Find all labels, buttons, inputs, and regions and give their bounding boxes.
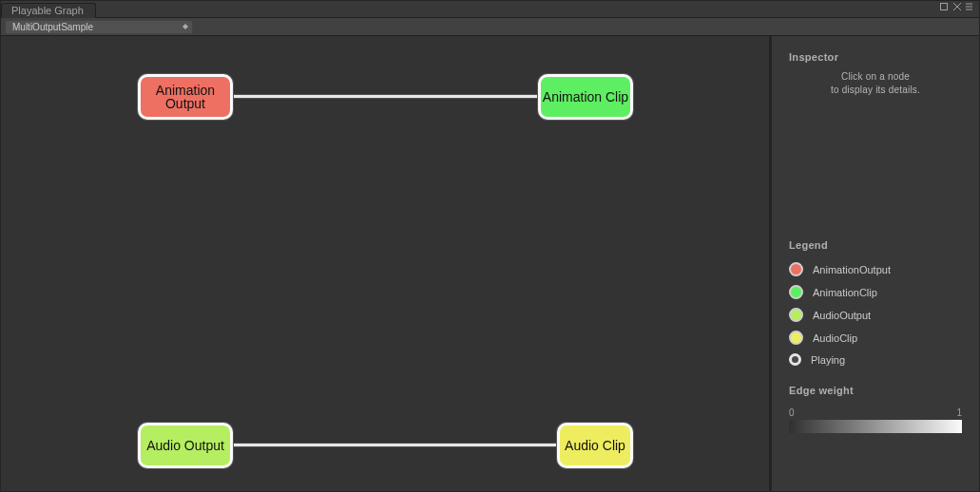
node-label: Audio Output: [146, 439, 224, 452]
menu-icon[interactable]: [966, 2, 975, 11]
side-panel: Inspector Click on a node to display its…: [772, 36, 979, 491]
swatch-icon: [789, 285, 803, 299]
inspector-header: Inspector: [789, 51, 962, 63]
node-audio-output[interactable]: Audio Output: [138, 423, 233, 468]
svg-rect-0: [941, 4, 948, 10]
edge-weight-gradient[interactable]: [789, 420, 962, 433]
legend-item-playing: Playing: [789, 353, 962, 366]
legend-item-audio-clip: AudioClip: [789, 331, 962, 345]
node-label: Animation Output: [141, 84, 230, 110]
window-tab[interactable]: Playable Graph: [1, 3, 96, 18]
graph-select-dropdown[interactable]: MultiOutputSample: [5, 20, 193, 34]
legend-label: AudioClip: [813, 332, 857, 344]
node-animation-clip[interactable]: Animation Clip: [538, 74, 633, 120]
legend-label: AnimationOutput: [813, 264, 891, 275]
legend-label: AnimationClip: [813, 287, 877, 298]
toolbar: MultiOutputSample: [1, 17, 979, 36]
graph-canvas[interactable]: Animation Output Animation Clip Audio Ou…: [1, 36, 772, 491]
edge-weight-scale: 0 1: [789, 407, 962, 418]
legend-item-animation-output: AnimationOutput: [789, 262, 962, 276]
edge-weight-header: Edge weight: [789, 385, 962, 396]
legend-item-audio-output: AudioOutput: [789, 308, 962, 322]
edge-audio: [232, 444, 559, 446]
node-label: Audio Clip: [565, 439, 625, 452]
legend-header: Legend: [789, 239, 962, 251]
close-icon[interactable]: [952, 2, 962, 11]
swatch-icon: [789, 353, 801, 366]
legend-list: AnimationOutput AnimationClip AudioOutpu…: [789, 262, 962, 366]
chevron-updown-icon: [182, 24, 189, 29]
legend-item-animation-clip: AnimationClip: [789, 285, 962, 299]
swatch-icon: [789, 262, 803, 276]
inspector-hint: Click on a node to display its details.: [793, 70, 958, 97]
swatch-icon: [789, 308, 803, 322]
swatch-icon: [789, 331, 803, 345]
node-audio-clip[interactable]: Audio Clip: [557, 423, 633, 468]
legend-label: Playing: [811, 354, 845, 366]
node-animation-output[interactable]: Animation Output: [138, 74, 233, 120]
edge-anim: [232, 95, 540, 98]
graph-select-value: MultiOutputSample: [12, 22, 93, 32]
maximize-icon[interactable]: [939, 2, 949, 11]
legend-label: AudioOutput: [813, 310, 871, 321]
edge-weight-min: 0: [789, 407, 795, 418]
window-tab-strip: Playable Graph: [1, 1, 979, 17]
edge-weight-max: 1: [956, 407, 962, 418]
node-label: Animation Clip: [543, 90, 628, 104]
